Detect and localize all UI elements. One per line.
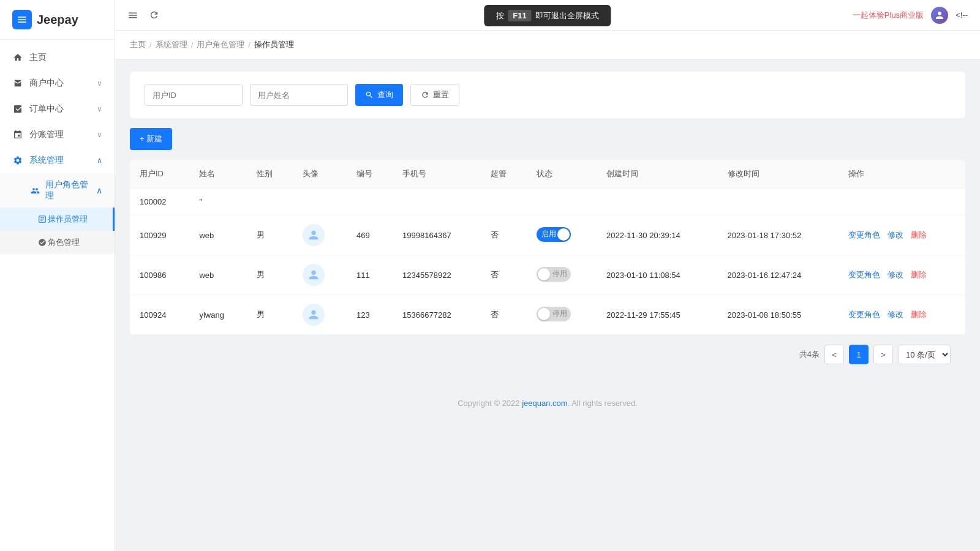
topbar-right: 一起体验Plus商业版 <!-- (853, 7, 968, 24)
sidebar-menu: 主页 商户中心 ∨ 订单中心 ∨ 分账管理 ∨ (0, 40, 115, 551)
page-content: 查询 重置 + 新建 用户ID 姓名 (115, 59, 980, 386)
logo-icon (12, 10, 32, 29)
cell-actions: 变更角色 修改 删除 (839, 255, 965, 295)
cell-status: 启用 (527, 216, 597, 255)
status-toggle[interactable]: 停用 (537, 307, 571, 321)
sidebar-item-system-label: 系统管理 (29, 155, 64, 166)
page-prev[interactable]: < (824, 345, 844, 364)
action-edit-link[interactable]: 修改 (888, 309, 903, 320)
action-delete-link[interactable]: 删除 (911, 269, 927, 280)
sidebar-item-role-label: 角色管理 (48, 237, 80, 248)
avatar (303, 224, 325, 246)
sidebar-item-role[interactable]: 角色管理 (0, 231, 115, 254)
action-role-link[interactable]: 变更角色 (848, 309, 880, 320)
footer-link[interactable]: jeequan.com (522, 399, 567, 408)
collapse-icon[interactable] (127, 10, 138, 21)
footer: Copyright © 2022 jeequan.com. All rights… (115, 386, 980, 420)
cell-avatar (293, 216, 347, 255)
cell-phone: 12345578922 (393, 255, 481, 295)
cell-actions: 变更角色 修改 删除 (839, 216, 965, 255)
status-toggle[interactable]: 启用 (537, 227, 571, 242)
col-status: 状态 (527, 160, 597, 189)
cell-user-id: 100986 (130, 255, 189, 295)
operator-icon (37, 214, 48, 225)
reset-icon (421, 91, 429, 99)
sidebar-item-home-label: 主页 (29, 52, 47, 63)
footer-suffix: . All rights reserved. (568, 399, 638, 408)
sidebar-item-order[interactable]: 订单中心 ∨ (0, 96, 115, 122)
action-delete-link[interactable]: 删除 (911, 230, 927, 241)
cell-user-id: 100002 (130, 189, 189, 216)
sidebar: Jeepay 主页 商户中心 ∨ 订单中心 ∨ (0, 0, 115, 551)
toggle-knob (557, 228, 570, 241)
table-row: 100986 web 男 111 12345578922 否 停用 2023-0… (130, 255, 965, 295)
data-table: 用户ID 姓名 性别 头像 编号 手机号 超管 状态 创建时间 修改时间 操作 (130, 160, 965, 335)
cell-created: 2022-11-29 17:55:45 (597, 295, 717, 335)
cell-gender: 男 (247, 255, 293, 295)
breadcrumb-user-role[interactable]: 用户角色管理 (197, 39, 244, 50)
sidebar-item-operator[interactable]: 操作员管理 (0, 208, 115, 231)
col-name: 姓名 (189, 160, 247, 189)
status-toggle[interactable]: 停用 (537, 267, 571, 282)
page-1[interactable]: 1 (849, 345, 869, 364)
chevron-down-icon: ∨ (97, 79, 102, 88)
cell-modified: 2023-01-18 17:30:52 (718, 216, 839, 255)
search-button[interactable]: 查询 (355, 84, 403, 106)
pagination-bar: 共4条 < 1 > 10 条/页 20 条/页 50 条/页 (130, 335, 965, 374)
avatar (303, 264, 325, 286)
main-container: 按 F11 即可退出全屏模式 一起体验Plus商业版 <!-- 主页 / 系统管… (115, 0, 980, 551)
col-modified: 修改时间 (718, 160, 839, 189)
page-size-select[interactable]: 10 条/页 20 条/页 50 条/页 (898, 345, 951, 364)
action-delete-link[interactable]: 删除 (911, 309, 927, 320)
avatar (931, 7, 948, 24)
toggle-knob (538, 268, 550, 280)
table-row: 100002 " (130, 189, 965, 216)
user-id-input[interactable] (145, 84, 243, 106)
sidebar-item-user-role-label: 用户角色管理 (45, 179, 91, 201)
cell-actions: 变更角色 修改 删除 (839, 295, 965, 335)
chevron-up-icon: ∧ (96, 186, 102, 195)
user-role-icon (29, 185, 40, 196)
action-role-link[interactable]: 变更角色 (848, 269, 880, 280)
action-edit-link[interactable]: 修改 (888, 230, 903, 241)
sidebar-item-home[interactable]: 主页 (0, 45, 115, 70)
sidebar-item-order-label: 订单中心 (29, 103, 64, 114)
reset-button[interactable]: 重置 (410, 84, 459, 106)
new-button[interactable]: + 新建 (130, 128, 172, 150)
action-role-link[interactable]: 变更角色 (848, 230, 880, 241)
f11-suffix: 即可退出全屏模式 (535, 10, 599, 21)
f11-banner: 按 F11 即可退出全屏模式 (484, 5, 611, 26)
merchant-icon (12, 78, 23, 89)
col-admin: 超管 (481, 160, 527, 189)
sidebar-item-system[interactable]: 系统管理 ∧ (0, 148, 115, 173)
refresh-icon[interactable] (148, 10, 159, 21)
cell-created: 2023-01-10 11:08:54 (597, 255, 717, 295)
breadcrumb-system[interactable]: 系统管理 (156, 39, 187, 50)
breadcrumb-sep: / (149, 40, 152, 50)
user-role-submenu: 操作员管理 角色管理 (0, 208, 115, 254)
logo-text: Jeepay (37, 13, 78, 27)
plus-link[interactable]: 一起体验Plus商业版 (853, 10, 924, 21)
footer-text: Copyright © 2022 (458, 399, 522, 408)
search-label: 查询 (377, 89, 393, 100)
sidebar-item-merchant[interactable]: 商户中心 ∨ (0, 70, 115, 96)
cell-admin: 否 (481, 295, 527, 335)
action-edit-link[interactable]: 修改 (888, 269, 903, 280)
sidebar-item-split[interactable]: 分账管理 ∨ (0, 122, 115, 148)
cell-code: 123 (347, 295, 393, 335)
table-row: 100929 web 男 469 19998164367 否 启用 2022-1… (130, 216, 965, 255)
total-info: 共4条 (799, 349, 820, 360)
home-icon (12, 52, 23, 63)
username-input[interactable] (250, 84, 348, 106)
topbar-username: <!-- (956, 10, 968, 20)
page-next[interactable]: > (873, 345, 893, 364)
sidebar-item-merchant-label: 商户中心 (29, 78, 64, 89)
cell-user-id: 100929 (130, 216, 189, 255)
breadcrumb-home[interactable]: 主页 (130, 39, 146, 50)
col-avatar: 头像 (293, 160, 347, 189)
content: 主页 / 系统管理 / 用户角色管理 / 操作员管理 查询 重置 (115, 31, 980, 551)
sidebar-item-user-role[interactable]: 用户角色管理 ∧ (0, 173, 115, 208)
cell-code: 469 (347, 216, 393, 255)
filter-bar: 查询 重置 (130, 72, 965, 118)
cell-name: web (189, 216, 247, 255)
